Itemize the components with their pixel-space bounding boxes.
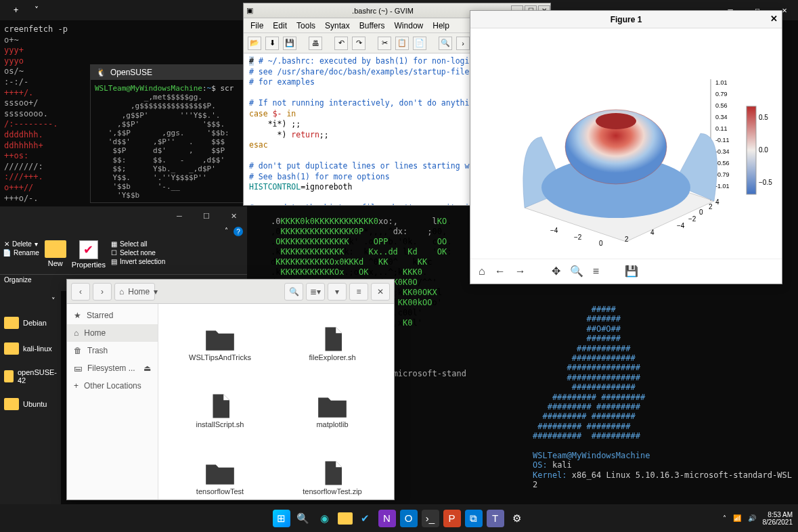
tux-icon: 🐧: [96, 68, 106, 77]
powerpoint-icon[interactable]: P: [443, 510, 461, 527]
menu-syntax[interactable]: Syntax: [325, 21, 350, 30]
paste-icon[interactable]: 📄: [413, 37, 426, 50]
svg-text:4: 4: [715, 198, 719, 206]
close-button[interactable]: ✕: [371, 283, 390, 301]
tab-dropdown-icon[interactable]: ˅: [26, 5, 47, 15]
svg-text:0.11: 0.11: [715, 125, 728, 132]
sidebar-item-opensuse[interactable]: openSUSE-42: [0, 361, 61, 391]
select-none-button[interactable]: ☐ Select none: [111, 249, 156, 257]
explorer-icon[interactable]: [338, 512, 353, 525]
copy-icon[interactable]: 📋: [395, 37, 409, 50]
forward-button[interactable]: ›: [93, 283, 112, 301]
svg-text:0.79: 0.79: [715, 91, 728, 97]
clock[interactable]: 8:53 AM 8/26/2021: [763, 511, 793, 526]
menu-file[interactable]: File: [250, 21, 263, 30]
menu-buffers[interactable]: Buffers: [359, 21, 385, 30]
svg-text:0.0: 0.0: [759, 146, 768, 154]
menu-help[interactable]: Help: [433, 21, 449, 30]
cut-icon[interactable]: ✂: [378, 37, 391, 50]
explorer-sidebar: ˅ Debian kali-linux openSUSE-42 Ubuntu: [0, 291, 61, 504]
menu-window[interactable]: Window: [395, 21, 424, 30]
svg-rect-25: [747, 106, 756, 194]
folder-icon: [45, 240, 66, 258]
open-icon[interactable]: 📂: [248, 37, 261, 50]
tray-chevron-icon[interactable]: ˄: [723, 514, 726, 522]
place-filesystem[interactable]: 🖴 Filesystem ... ⏏: [67, 359, 158, 377]
minimize-icon[interactable]: ─: [166, 206, 193, 225]
configure-icon[interactable]: ≡: [593, 265, 599, 278]
saveall-icon[interactable]: 💾: [283, 37, 296, 50]
onenote-icon[interactable]: N: [378, 510, 396, 527]
sidebar-item-debian[interactable]: Debian: [0, 310, 61, 336]
file-item[interactable]: installScript.sh: [165, 378, 275, 442]
sidebar-item-kali[interactable]: kali-linux: [0, 336, 61, 361]
menu-edit[interactable]: Edit: [273, 21, 287, 30]
edge-icon[interactable]: ◉: [316, 510, 334, 527]
view-list-button[interactable]: ≣▾: [306, 283, 325, 301]
next-icon[interactable]: ›: [456, 37, 470, 50]
file-item[interactable]: tensorflowTest.zip: [278, 445, 387, 500]
zoom-icon[interactable]: 🔍: [570, 265, 583, 278]
menu-tools[interactable]: Tools: [296, 21, 315, 30]
new-tab-button[interactable]: +: [5, 5, 26, 15]
place-trash[interactable]: 🗑 Trash: [67, 342, 158, 359]
back-button[interactable]: ‹: [71, 283, 90, 301]
teams-icon[interactable]: T: [487, 510, 504, 527]
properties-button[interactable]: ✔ Properties: [72, 240, 106, 269]
folder-icon: [4, 317, 19, 329]
new-folder-button[interactable]: New: [45, 240, 66, 267]
settings-icon[interactable]: ⚙: [508, 510, 526, 527]
view-grid-button[interactable]: ▾: [328, 283, 347, 301]
folder-item[interactable]: WSLTipsAndTricks: [165, 311, 275, 375]
find-icon[interactable]: 🔍: [439, 37, 452, 50]
close-icon[interactable]: ✕: [220, 206, 247, 225]
sidebar-item-ubuntu[interactable]: Ubuntu: [0, 391, 61, 417]
delete-button[interactable]: ✕ Delete ▾: [4, 240, 38, 248]
svg-text:−4: −4: [550, 227, 558, 234]
search-button[interactable]: 🔍: [284, 283, 303, 301]
terminal-icon[interactable]: ›_: [422, 510, 439, 527]
place-starred[interactable]: ★ Starred: [67, 307, 158, 324]
maximize-icon[interactable]: ☐: [193, 206, 220, 225]
help-icon[interactable]: ?: [234, 227, 243, 236]
vscode-icon[interactable]: ⧉: [465, 510, 483, 527]
redo-icon[interactable]: ↷: [352, 37, 365, 50]
search-icon[interactable]: 🔍: [294, 510, 312, 527]
outlook-icon[interactable]: O: [400, 510, 418, 527]
chevron-up-icon[interactable]: ˄: [225, 227, 228, 236]
files-grid: WSLTipsAndTricks fileExplorer.sh install…: [158, 304, 394, 500]
invert-selection-button[interactable]: ▤ Invert selection: [111, 258, 165, 265]
svg-text:0.56: 0.56: [715, 102, 728, 109]
home-icon[interactable]: ⌂: [479, 265, 485, 278]
folder-item[interactable]: tensorflowTest: [165, 445, 275, 500]
figure-toolbar: ⌂ ← → ✥ 🔍 ≡ 💾: [470, 259, 782, 283]
svg-text:-0.11: -0.11: [715, 137, 730, 143]
undo-icon[interactable]: ↶: [334, 37, 348, 50]
svg-text:-0.34: -0.34: [715, 148, 730, 155]
back-icon[interactable]: ←: [495, 265, 506, 278]
forward-icon[interactable]: →: [515, 265, 526, 278]
save-icon[interactable]: 💾: [625, 265, 638, 278]
place-home[interactable]: ⌂ Home: [67, 324, 158, 342]
todo-icon[interactable]: ✔: [357, 510, 374, 527]
volume-icon[interactable]: 🔊: [748, 514, 756, 522]
select-all-button[interactable]: ▦ Select all: [111, 240, 148, 248]
print-icon[interactable]: 🖶: [309, 37, 322, 50]
file-item[interactable]: fileExplorer.sh: [278, 311, 387, 375]
rename-button[interactable]: 📄 Rename: [3, 249, 39, 257]
path-home[interactable]: ⌂ Home ▾: [114, 283, 155, 301]
svg-text:−0.5: −0.5: [759, 179, 772, 186]
start-button[interactable]: ⊞: [273, 510, 290, 527]
close-icon[interactable]: ✕: [770, 14, 778, 24]
folder-item[interactable]: matplotlib: [278, 378, 387, 442]
chevron-down-icon[interactable]: ˅: [51, 296, 56, 305]
svg-text:-1.01: -1.01: [715, 183, 730, 190]
svg-text:-0.79: -0.79: [715, 171, 730, 178]
save-icon[interactable]: ⬇: [265, 37, 279, 50]
svg-text:0.34: 0.34: [715, 114, 728, 120]
pan-icon[interactable]: ✥: [552, 265, 560, 278]
wifi-icon[interactable]: 📶: [733, 514, 741, 522]
menu-button[interactable]: ≡: [349, 283, 368, 301]
place-other[interactable]: + Other Locations: [67, 377, 158, 395]
svg-text:-0.56: -0.56: [715, 160, 730, 167]
